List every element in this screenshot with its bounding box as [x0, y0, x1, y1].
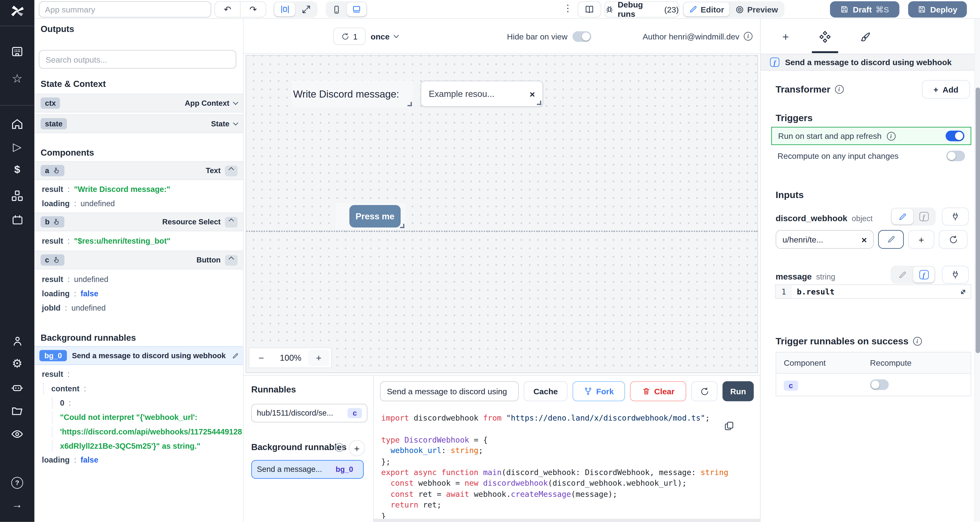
run-mode-dropdown[interactable]: once: [371, 27, 398, 45]
apps-icon[interactable]: [10, 44, 25, 59]
refresh-button[interactable]: [691, 381, 718, 401]
output-row[interactable]: loadingfalse: [35, 288, 244, 299]
recompute-toggle[interactable]: [946, 150, 965, 161]
runnable-bg0-item[interactable]: Send a message... bg_0: [251, 460, 364, 479]
ctx-row[interactable]: ctx App Context: [35, 94, 244, 113]
output-row[interactable]: resultundefined: [35, 274, 244, 285]
audit-eye-icon[interactable]: [10, 426, 25, 441]
output-row[interactable]: content: [43, 383, 243, 395]
pencil-icon[interactable]: [232, 352, 239, 359]
variables-dollar-icon[interactable]: $: [10, 162, 25, 177]
windmill-logo-icon[interactable]: [10, 4, 25, 19]
static-pencil-option[interactable]: [892, 267, 913, 282]
run-button[interactable]: Run: [722, 381, 754, 401]
home-icon[interactable]: [10, 116, 25, 131]
collapse-chevron[interactable]: [225, 216, 237, 227]
app-summary-input[interactable]: [39, 2, 211, 18]
help-question-icon[interactable]: ?: [10, 475, 25, 490]
add-resource-button[interactable]: +: [908, 230, 934, 249]
user-icon[interactable]: [10, 334, 25, 349]
bg0-row[interactable]: bg_0 Send a message to discord using web…: [35, 346, 244, 365]
output-row[interactable]: jobIdundefined: [35, 302, 244, 314]
resize-handle[interactable]: [400, 224, 404, 228]
copy-icon[interactable]: [724, 420, 734, 431]
redo-icon[interactable]: ↷: [241, 4, 266, 14]
resize-handle[interactable]: [407, 102, 412, 106]
component-c-row[interactable]: c Button: [35, 251, 244, 269]
runnable-hub-item[interactable]: hub/1511/discord/se... c: [251, 404, 368, 423]
fork-button[interactable]: Fork: [573, 381, 625, 401]
expression-f-option[interactable]: f: [913, 209, 934, 224]
connect-plug-button[interactable]: [942, 266, 969, 284]
tab-preview[interactable]: Preview: [730, 3, 783, 16]
resize-handle[interactable]: [537, 101, 541, 105]
chevron-down-icon[interactable]: [233, 100, 238, 105]
insert-component-tab[interactable]: +: [778, 29, 794, 45]
zoom-in-button[interactable]: +: [308, 349, 329, 366]
info-icon[interactable]: i: [835, 84, 844, 94]
runs-play-icon[interactable]: ▷: [10, 139, 25, 154]
info-icon[interactable]: i: [744, 32, 753, 41]
message-expression-editor[interactable]: 1 b.result: [775, 285, 971, 299]
docs-book-button[interactable]: [578, 2, 601, 18]
info-icon[interactable]: i: [335, 443, 344, 452]
resource-picker[interactable]: u/henri/te... ×: [776, 230, 874, 249]
refresh-count-box[interactable]: 1: [333, 27, 366, 45]
desktop-view-icon[interactable]: [347, 3, 366, 16]
output-row[interactable]: loadingundefined: [35, 198, 244, 209]
settings-gear-icon[interactable]: ⚙: [10, 356, 25, 371]
deploy-button[interactable]: Deploy: [908, 2, 967, 18]
zoom-out-button[interactable]: −: [249, 353, 273, 363]
expand-icon[interactable]: [958, 286, 968, 296]
scrollbar-thumb[interactable]: [976, 88, 980, 353]
workers-robot-icon[interactable]: [10, 380, 25, 395]
hide-bar-toggle[interactable]: [573, 31, 592, 41]
expand-sidebar-arrow-icon[interactable]: →: [10, 498, 25, 512]
collapse-chevron[interactable]: [225, 166, 237, 176]
component-b-row[interactable]: b Resource Select: [35, 213, 244, 231]
connect-plug-button[interactable]: [942, 208, 969, 226]
output-row[interactable]: result: [35, 369, 244, 380]
schedules-calendar-icon[interactable]: [10, 213, 25, 228]
folders-icon[interactable]: [10, 403, 25, 418]
recompute-row-toggle[interactable]: [870, 379, 889, 390]
static-pencil-option[interactable]: [892, 209, 913, 224]
tab-editor[interactable]: Editor: [684, 3, 729, 16]
press-me-button[interactable]: Press me: [349, 205, 401, 228]
refresh-resource-button[interactable]: [939, 230, 967, 249]
kebab-menu-icon[interactable]: ⋮: [563, 3, 572, 14]
info-icon[interactable]: i: [913, 337, 922, 345]
info-icon[interactable]: i: [886, 132, 896, 140]
app-canvas[interactable]: Write Discord message: Example resou... …: [246, 55, 758, 373]
component-a-row[interactable]: a Text: [35, 161, 244, 180]
collapse-chevron[interactable]: [225, 255, 237, 266]
search-outputs-input[interactable]: [39, 50, 236, 69]
center-layout-icon[interactable]: [274, 3, 295, 16]
add-background-runnable-button[interactable]: +: [349, 440, 365, 457]
text-component[interactable]: Write Discord message:: [292, 81, 413, 107]
edit-resource-button[interactable]: [878, 230, 904, 249]
debug-runs-button[interactable]: Debug runs (23): [605, 2, 679, 18]
draft-button[interactable]: Draft ⌘S: [830, 2, 899, 18]
output-row[interactable]: result"$res:u/henri/testing_bot": [35, 236, 244, 247]
component-settings-tab[interactable]: [817, 29, 833, 45]
favorites-star-icon[interactable]: ☆: [10, 70, 25, 86]
clear-button[interactable]: Clear: [630, 381, 686, 401]
resources-cubes-icon[interactable]: [10, 188, 25, 203]
chevron-down-icon[interactable]: [233, 120, 238, 126]
run-on-start-toggle[interactable]: [945, 130, 964, 141]
add-transformer-button[interactable]: + Add: [922, 80, 970, 99]
mobile-view-icon[interactable]: [327, 3, 346, 16]
output-row[interactable]: result"Write Discord message:": [35, 184, 244, 195]
resource-select-component[interactable]: Example resou... ×: [421, 81, 543, 107]
theme-tab[interactable]: [857, 29, 873, 45]
output-row[interactable]: 0: [52, 398, 244, 409]
undo-icon[interactable]: ↶: [215, 4, 240, 14]
vertical-scrollbar[interactable]: [974, 19, 980, 522]
state-row[interactable]: state State: [35, 115, 244, 133]
fullscreen-icon[interactable]: [296, 3, 316, 16]
horizontal-scrollbar[interactable]: [374, 519, 760, 522]
code-block[interactable]: import discordwebhook from "https://deno…: [374, 405, 760, 519]
clear-x-icon[interactable]: ×: [530, 89, 535, 99]
cache-button[interactable]: Cache: [524, 381, 568, 401]
